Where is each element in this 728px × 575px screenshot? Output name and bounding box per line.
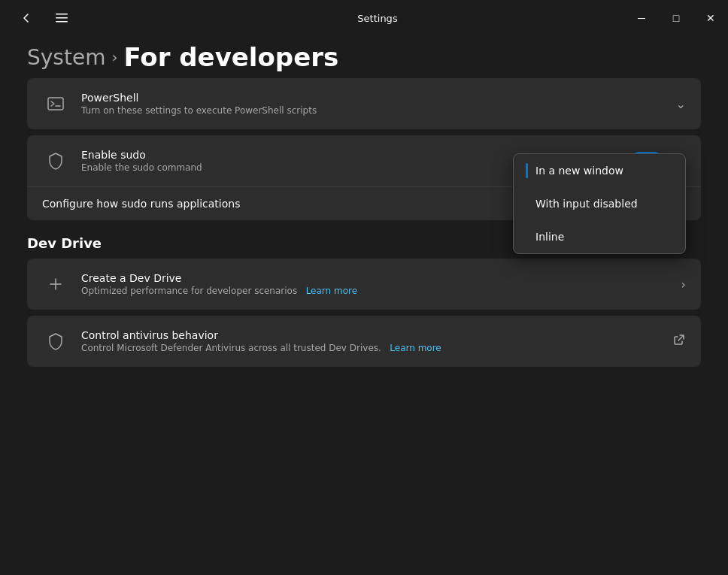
sudo-dropdown-menu: In a new window With input disabled Inli… xyxy=(513,153,686,254)
svg-rect-3 xyxy=(48,98,63,110)
dropdown-item-inline[interactable]: Inline xyxy=(514,220,685,253)
create-dev-drive-link[interactable]: Learn more xyxy=(306,286,357,296)
powershell-row[interactable]: PowerShell Turn on these settings to exe… xyxy=(27,78,701,129)
antivirus-subtitle-text: Control Microsoft Defender Antivirus acr… xyxy=(81,343,381,353)
close-button[interactable]: ✕ xyxy=(693,0,728,36)
spacer-2 xyxy=(526,196,528,211)
titlebar: Settings ─ □ ✕ xyxy=(0,0,728,36)
dropdown-item-label-inline: Inline xyxy=(535,231,564,243)
antivirus-subtitle: Control Microsoft Defender Antivirus acr… xyxy=(81,343,672,353)
breadcrumb-separator: › xyxy=(111,48,117,66)
page: System › For developers PowerShell Turn … xyxy=(0,36,728,391)
powershell-chevron: ⌄ xyxy=(676,97,686,111)
maximize-button[interactable]: □ xyxy=(659,0,693,36)
antivirus-title: Control antivirus behavior xyxy=(81,329,672,341)
breadcrumb-parent[interactable]: System xyxy=(27,45,105,70)
sudo-config-row[interactable]: Configure how sudo runs applications In … xyxy=(27,187,701,220)
create-dev-drive-subtitle-text: Optimized performance for developer scen… xyxy=(81,286,297,296)
dropdown-item-label-input-disabled: With input disabled xyxy=(535,198,638,210)
antivirus-action xyxy=(672,333,686,350)
powershell-text: PowerShell Turn on these settings to exe… xyxy=(81,92,670,116)
selected-indicator xyxy=(526,163,528,178)
powershell-action: ⌄ xyxy=(670,97,686,111)
breadcrumb: System › For developers xyxy=(27,36,701,72)
antivirus-text: Control antivirus behavior Control Micro… xyxy=(81,329,672,353)
create-dev-drive-title: Create a Dev Drive xyxy=(81,272,681,284)
minimize-button[interactable]: ─ xyxy=(624,0,659,36)
breadcrumb-current: For developers xyxy=(123,42,338,72)
dropdown-item-input-disabled[interactable]: With input disabled xyxy=(514,187,685,220)
sudo-config-label: Configure how sudo runs applications xyxy=(42,198,240,210)
external-link-icon xyxy=(672,333,686,350)
titlebar-title: Settings xyxy=(39,13,716,24)
antivirus-card: Control antivirus behavior Control Micro… xyxy=(27,316,701,367)
create-dev-drive-subtitle: Optimized performance for developer scen… xyxy=(81,286,681,296)
create-dev-drive-card: Create a Dev Drive Optimized performance… xyxy=(27,259,701,310)
spacer-3 xyxy=(526,229,528,244)
window-controls: ─ □ ✕ xyxy=(624,0,728,36)
dropdown-item-label-new-window: In a new window xyxy=(535,165,623,177)
powershell-icon xyxy=(42,90,69,117)
create-dev-drive-action: › xyxy=(681,277,686,292)
back-button[interactable] xyxy=(12,5,39,32)
dropdown-item-new-window[interactable]: In a new window xyxy=(514,154,685,187)
create-dev-drive-row[interactable]: Create a Dev Drive Optimized performance… xyxy=(27,259,701,310)
sudo-card: Enable sudo Enable the sudo command On ∧… xyxy=(27,135,701,220)
powershell-title: PowerShell xyxy=(81,92,670,104)
create-dev-drive-text: Create a Dev Drive Optimized performance… xyxy=(81,272,681,296)
antivirus-row[interactable]: Control antivirus behavior Control Micro… xyxy=(27,316,701,367)
antivirus-icon xyxy=(42,328,69,355)
plus-icon xyxy=(42,271,69,298)
powershell-card: PowerShell Turn on these settings to exe… xyxy=(27,78,701,129)
create-dev-drive-chevron: › xyxy=(681,277,686,292)
sudo-icon xyxy=(42,147,69,174)
antivirus-link[interactable]: Learn more xyxy=(390,343,441,353)
powershell-subtitle: Turn on these settings to execute PowerS… xyxy=(81,105,670,116)
sudo-dropdown-container: In a new window With input disabled Inli… xyxy=(513,153,686,254)
